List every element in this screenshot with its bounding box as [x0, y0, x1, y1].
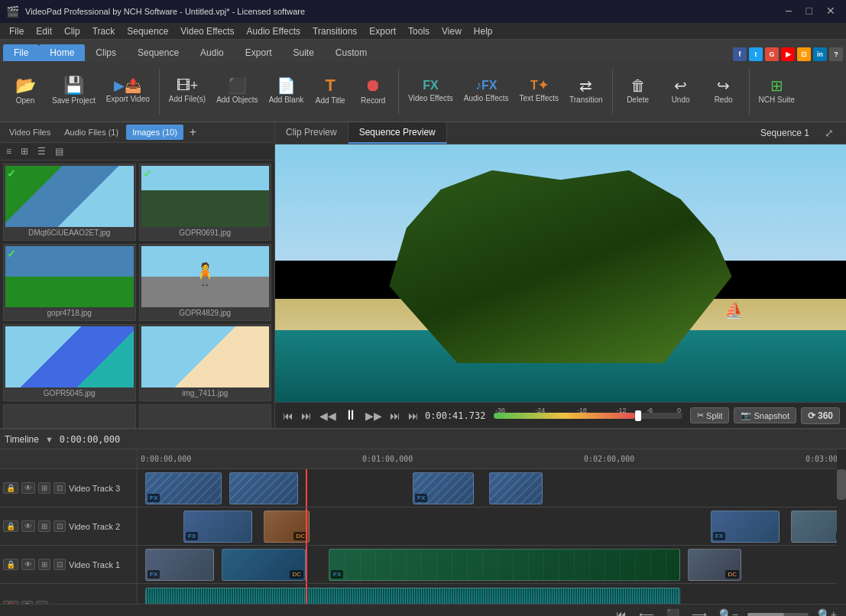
track-grid-btn[interactable]: ⊞ — [38, 482, 50, 494]
linkedin-icon[interactable]: in — [813, 47, 827, 61]
tab-clip-preview[interactable]: Clip Preview — [275, 122, 348, 144]
track-lock-btn[interactable]: 🔒 — [3, 482, 18, 494]
add-blank-button[interactable]: 📄 Add Blank — [264, 64, 309, 119]
menu-track[interactable]: Track — [86, 24, 122, 38]
tab-audio-files[interactable]: Audio Files (1) — [58, 125, 125, 140]
tab-suite[interactable]: Suite — [282, 44, 324, 61]
scrollbar-thumb[interactable] — [837, 469, 846, 500]
delete-button[interactable]: 🗑 Delete — [617, 64, 659, 119]
timeline-tracks[interactable]: 0:00:00,000 0:01:00,000 0:02:00,000 0:03… — [138, 449, 837, 604]
menu-help[interactable]: Help — [468, 24, 499, 38]
track-clip[interactable]: FX — [145, 549, 214, 581]
track-clip[interactable] — [489, 472, 543, 504]
volume-handle[interactable] — [635, 410, 641, 421]
list-item[interactable]: 🧍 GOPR4829.jpg — [139, 244, 272, 321]
twitter-icon[interactable]: t — [749, 47, 763, 61]
track-row-video1[interactable]: FX DC FX DC — [138, 546, 837, 584]
list-item[interactable]: 🖼 — [3, 404, 136, 428]
timeline-fit[interactable]: ⬛ — [663, 607, 682, 617]
list-item[interactable]: ✓ gopr4718.jpg — [3, 244, 136, 321]
open-button[interactable]: 📂 Open — [5, 64, 46, 119]
track-eye-btn[interactable]: 👁 — [21, 520, 35, 532]
rewind-btn[interactable]: ◀◀ — [318, 408, 338, 423]
menu-audio-effects[interactable]: Audio Effects — [241, 24, 307, 38]
redo-button[interactable]: ↪ Redo — [703, 64, 744, 119]
track-lock-btn[interactable]: 🔒 — [3, 520, 18, 532]
menu-edit[interactable]: Edit — [30, 24, 58, 38]
save-button[interactable]: 💾 Save Project — [47, 64, 100, 119]
snapshot-button[interactable]: 📷 Snapshot — [734, 407, 796, 423]
undo-button[interactable]: ↩ Undo — [660, 64, 702, 119]
right-scrollbar[interactable] — [837, 449, 846, 604]
add-objects-button[interactable]: ⬛ Add Objects — [212, 64, 262, 119]
tab-export[interactable]: Export — [235, 44, 283, 61]
track-grid-btn[interactable]: ⊞ — [38, 520, 50, 532]
video-effects-button[interactable]: FX Video Effects — [404, 64, 458, 119]
menu-clip[interactable]: Clip — [58, 24, 86, 38]
track-clip[interactable]: DC — [688, 549, 741, 581]
google-icon[interactable]: G — [765, 47, 779, 61]
facebook-icon[interactable]: f — [733, 47, 747, 61]
menu-sequence[interactable]: Sequence — [121, 24, 174, 38]
track-clip[interactable]: DC — [791, 511, 837, 543]
track-row-audio1[interactable]: FX 🔊 — [138, 584, 837, 604]
tab-video-files[interactable]: Video Files — [3, 125, 57, 140]
next-frame-btn[interactable]: ⏭ — [388, 408, 402, 423]
track-row-video3[interactable]: FX FX — [138, 469, 837, 507]
media-list-view[interactable]: ☰ — [34, 144, 49, 158]
close-btn[interactable]: ✕ — [822, 5, 840, 18]
audio-effects-button[interactable]: ♪FX Audio Effects — [459, 64, 514, 119]
tab-file[interactable]: File — [3, 44, 39, 61]
text-effects-button[interactable]: T✦ Text Effects — [515, 64, 564, 119]
expand-icon[interactable]: ⤢ — [818, 124, 840, 142]
tab-audio[interactable]: Audio — [190, 44, 235, 61]
list-item[interactable]: 🖼 — [139, 404, 272, 428]
minimize-btn[interactable]: − — [780, 5, 796, 18]
list-item[interactable]: ✓ GOPR0691.jpg — [139, 164, 272, 241]
btn-360[interactable]: ⟳ 360 — [801, 407, 840, 424]
skip-end-btn[interactable]: ⏭ — [407, 408, 420, 423]
track-clip[interactable] — [229, 472, 298, 504]
skip-start-btn[interactable]: ⏮ — [281, 408, 295, 423]
track-snap-btn[interactable]: ⊡ — [53, 482, 66, 494]
menu-transitions[interactable]: Transitions — [306, 24, 363, 38]
timeline-search-icon[interactable]: 🔍− — [716, 607, 741, 617]
menu-file[interactable]: File — [3, 24, 30, 38]
list-item[interactable]: img_7411.jpg — [139, 324, 272, 401]
split-button[interactable]: ✂ Split — [690, 407, 729, 423]
youtube-icon[interactable]: ▶ — [781, 47, 795, 61]
volume-bar[interactable]: -36 -24 -18 -12 -6 0 — [494, 413, 682, 419]
media-detail-view[interactable]: ▤ — [52, 144, 66, 158]
track-clip[interactable]: FX — [711, 511, 780, 543]
menu-view[interactable]: View — [436, 24, 468, 38]
play-pause-btn[interactable]: ⏸ — [342, 406, 359, 425]
window-controls[interactable]: − □ ✕ — [780, 5, 840, 18]
tab-clips[interactable]: Clips — [85, 44, 127, 61]
transition-button[interactable]: ⇄ Transition — [565, 64, 608, 119]
track-clip[interactable]: FX — [413, 472, 474, 504]
timeline-zoom-search-icon[interactable]: 🔍+ — [815, 607, 840, 617]
track-snap-btn[interactable]: ⊡ — [53, 520, 66, 532]
nch-suite-button[interactable]: ⊞ NCH Suite — [754, 64, 799, 119]
media-grid-view[interactable]: ⊞ — [18, 144, 31, 158]
timeline-nav-start[interactable]: ⏮ — [613, 607, 630, 617]
track-clip[interactable]: DC — [222, 549, 306, 581]
timeline-zoom-in[interactable]: ⟶ — [689, 607, 710, 617]
menu-video-effects[interactable]: Video Effects — [174, 24, 240, 38]
record-button[interactable]: ⏺ Record — [352, 64, 394, 119]
tab-custom[interactable]: Custom — [325, 44, 378, 61]
menu-tools[interactable]: Tools — [402, 24, 436, 38]
track-lock-btn[interactable]: 🔒 — [3, 559, 18, 570]
track-row-video2[interactable]: FX DC FX DC — [138, 507, 837, 546]
track-grid-btn[interactable]: ⊞ — [38, 559, 50, 570]
add-files-button[interactable]: 🎞+ Add File(s) — [164, 64, 210, 119]
track-clip[interactable]: FX — [183, 511, 252, 543]
tab-home[interactable]: Home — [39, 44, 85, 61]
track-clip[interactable]: FX — [329, 549, 680, 581]
list-item[interactable]: ✓ DMqt6CiUEAAO2ET.jpg — [3, 164, 136, 241]
maximize-btn[interactable]: □ — [802, 5, 817, 18]
menu-export[interactable]: Export — [363, 24, 402, 38]
tab-sequence-preview[interactable]: Sequence Preview — [348, 122, 447, 144]
tab-images[interactable]: Images (10) — [126, 125, 183, 140]
timeline-dropdown-icon[interactable]: ▼ — [45, 435, 53, 444]
